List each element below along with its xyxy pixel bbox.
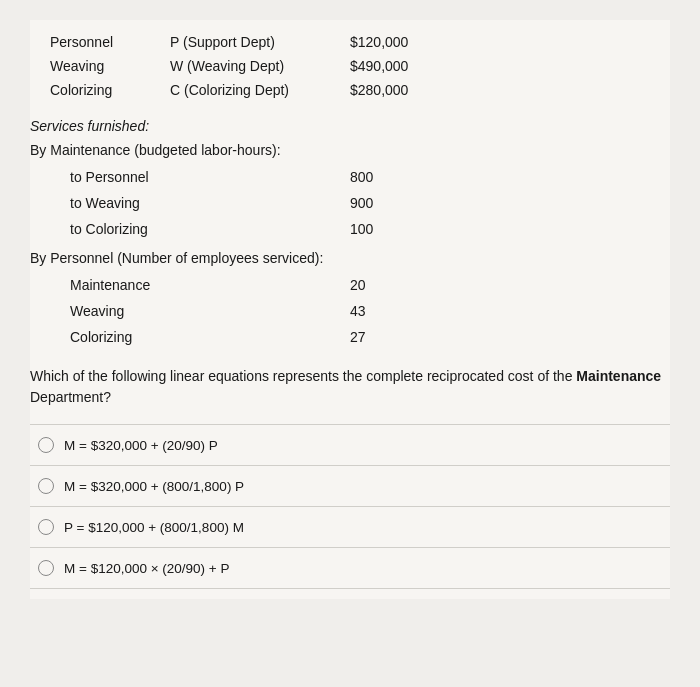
dept-row-weaving: Weaving W (Weaving Dept) $490,000 bbox=[50, 54, 670, 78]
dept-code-weaving: W (Weaving Dept) bbox=[170, 58, 350, 74]
personnel-service-row-weaving: Weaving 43 bbox=[70, 298, 670, 324]
radio-option-4[interactable] bbox=[38, 560, 54, 576]
service-name-weaving: to Weaving bbox=[70, 195, 230, 211]
personnel-service-name-colorizing: Colorizing bbox=[70, 329, 230, 345]
option-row-1[interactable]: M = $320,000 + (20/90) P bbox=[30, 425, 670, 466]
dept-amount-weaving: $490,000 bbox=[350, 58, 408, 74]
dept-code-colorizing: C (Colorizing Dept) bbox=[170, 82, 350, 98]
dept-row-personnel: Personnel P (Support Dept) $120,000 bbox=[50, 30, 670, 54]
dept-name-colorizing: Colorizing bbox=[50, 82, 170, 98]
service-value-weaving: 900 bbox=[350, 195, 373, 211]
question-block: Which of the following linear equations … bbox=[30, 366, 670, 408]
service-row-colorizing: to Colorizing 100 bbox=[70, 216, 670, 242]
dept-code-personnel: P (Support Dept) bbox=[170, 34, 350, 50]
option-label-4: M = $120,000 × (20/90) + P bbox=[64, 561, 230, 576]
radio-option-1[interactable] bbox=[38, 437, 54, 453]
option-label-2: M = $320,000 + (800/1,800) P bbox=[64, 479, 244, 494]
services-label: Services furnished: bbox=[30, 118, 670, 134]
maintenance-label: By Maintenance (budgeted labor-hours): bbox=[30, 142, 670, 158]
service-value-personnel: 800 bbox=[350, 169, 373, 185]
service-value-colorizing: 100 bbox=[350, 221, 373, 237]
main-content: Personnel P (Support Dept) $120,000 Weav… bbox=[30, 20, 670, 599]
question-bold: Maintenance bbox=[576, 368, 661, 384]
personnel-service-row-maintenance: Maintenance 20 bbox=[70, 272, 670, 298]
personnel-service-value-weaving: 43 bbox=[350, 303, 366, 319]
radio-option-2[interactable] bbox=[38, 478, 54, 494]
dept-amount-personnel: $120,000 bbox=[350, 34, 408, 50]
option-row-2[interactable]: M = $320,000 + (800/1,800) P bbox=[30, 466, 670, 507]
option-label-1: M = $320,000 + (20/90) P bbox=[64, 438, 218, 453]
radio-option-3[interactable] bbox=[38, 519, 54, 535]
question-text: Which of the following linear equations … bbox=[30, 368, 576, 384]
options-area: M = $320,000 + (20/90) P M = $320,000 + … bbox=[30, 424, 670, 589]
option-label-3: P = $120,000 + (800/1,800) M bbox=[64, 520, 244, 535]
personnel-service-name-maintenance: Maintenance bbox=[70, 277, 230, 293]
personnel-label: By Personnel (Number of employees servic… bbox=[30, 250, 670, 266]
service-row-weaving: to Weaving 900 bbox=[70, 190, 670, 216]
option-row-4[interactable]: M = $120,000 × (20/90) + P bbox=[30, 548, 670, 589]
personnel-service-row-colorizing: Colorizing 27 bbox=[70, 324, 670, 350]
dept-table: Personnel P (Support Dept) $120,000 Weav… bbox=[30, 30, 670, 102]
service-name-personnel: to Personnel bbox=[70, 169, 230, 185]
dept-name-personnel: Personnel bbox=[50, 34, 170, 50]
dept-name-weaving: Weaving bbox=[50, 58, 170, 74]
dept-row-colorizing: Colorizing C (Colorizing Dept) $280,000 bbox=[50, 78, 670, 102]
option-row-3[interactable]: P = $120,000 + (800/1,800) M bbox=[30, 507, 670, 548]
personnel-service-value-colorizing: 27 bbox=[350, 329, 366, 345]
services-section: Services furnished: By Maintenance (budg… bbox=[30, 118, 670, 350]
question-end: Department? bbox=[30, 389, 111, 405]
personnel-service-value-maintenance: 20 bbox=[350, 277, 366, 293]
dept-amount-colorizing: $280,000 bbox=[350, 82, 408, 98]
personnel-service-name-weaving: Weaving bbox=[70, 303, 230, 319]
service-row-personnel: to Personnel 800 bbox=[70, 164, 670, 190]
service-name-colorizing: to Colorizing bbox=[70, 221, 230, 237]
